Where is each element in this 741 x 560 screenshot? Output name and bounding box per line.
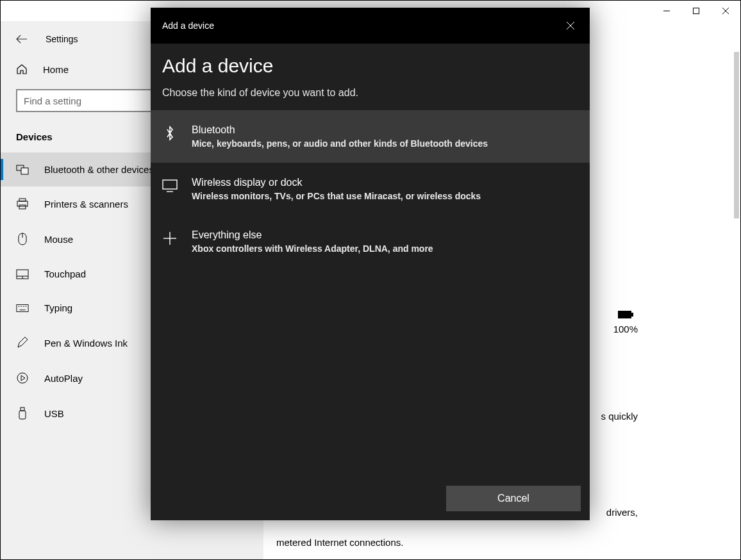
sidebar-item-label: Mouse (44, 234, 73, 245)
sidebar-home-label: Home (43, 64, 69, 75)
option-desc: Wireless monitors, TVs, or PCs that use … (192, 191, 481, 201)
add-device-dialog: Add a device Add a device Choose the kin… (151, 8, 590, 520)
search-placeholder: Find a setting (24, 95, 81, 106)
svg-rect-23 (618, 311, 631, 318)
device-option-bluetooth[interactable]: Bluetooth Mice, keyboards, pens, or audi… (151, 110, 590, 163)
battery-percent: 100% (613, 324, 638, 334)
device-option-wireless[interactable]: Wireless display or dock Wireless monito… (151, 163, 590, 215)
sidebar-item-label: Printers & scanners (44, 199, 128, 210)
close-button[interactable] (711, 1, 740, 21)
dialog-heading: Add a device (162, 55, 578, 77)
devices-icon (16, 165, 29, 175)
minimize-button[interactable] (652, 1, 681, 21)
window-title: Settings (46, 34, 78, 44)
partial-text: metered Internet connections. (276, 537, 403, 548)
scrollbar-thumb[interactable] (734, 52, 739, 218)
display-icon (162, 178, 178, 194)
back-arrow-icon[interactable] (16, 35, 28, 44)
sidebar-item-label: AutoPlay (44, 373, 83, 384)
sidebar-item-label: Bluetooth & other devices (44, 164, 154, 175)
touchpad-icon (16, 269, 29, 279)
svg-rect-7 (17, 201, 28, 206)
printer-icon (16, 198, 29, 210)
sidebar-item-label: Pen & Windows Ink (44, 338, 128, 349)
maximize-button[interactable] (681, 1, 711, 21)
svg-rect-24 (631, 313, 633, 317)
dialog-header-title: Add a device (162, 21, 214, 31)
svg-rect-6 (19, 199, 26, 201)
svg-rect-14 (17, 304, 28, 311)
option-desc: Mice, keyboards, pens, or audio and othe… (192, 138, 488, 149)
svg-point-20 (17, 373, 28, 383)
svg-rect-1 (694, 8, 699, 14)
dialog-subheading: Choose the kind of device you want to ad… (162, 87, 578, 99)
pen-icon (16, 336, 29, 349)
mouse-icon (16, 233, 29, 245)
sidebar-item-label: Typing (44, 302, 72, 313)
svg-rect-27 (163, 180, 177, 189)
usb-icon (16, 407, 29, 420)
partial-text: s quickly (601, 411, 638, 422)
plus-icon (162, 231, 178, 246)
option-title: Bluetooth (192, 124, 488, 136)
option-title: Wireless display or dock (192, 177, 481, 188)
svg-rect-21 (21, 408, 24, 411)
keyboard-icon (16, 304, 29, 313)
svg-rect-22 (19, 411, 26, 419)
dialog-footer: Cancel (151, 477, 590, 520)
dialog-header: Add a device (151, 8, 590, 44)
dialog-close-button[interactable] (559, 14, 582, 37)
sidebar-item-label: USB (44, 408, 64, 419)
sidebar-item-label: Touchpad (44, 268, 86, 279)
autoplay-icon (16, 372, 29, 384)
svg-rect-5 (21, 168, 28, 174)
battery-status: 100% (613, 309, 638, 334)
option-desc: Xbox controllers with Wireless Adapter, … (192, 243, 433, 254)
dialog-body: Add a device Choose the kind of device y… (151, 44, 590, 279)
svg-rect-8 (19, 205, 26, 209)
home-icon (16, 63, 28, 75)
partial-text: drivers, (606, 507, 638, 518)
bluetooth-icon (162, 126, 178, 141)
cancel-button[interactable]: Cancel (446, 486, 581, 511)
option-title: Everything else (192, 229, 433, 241)
device-option-everything[interactable]: Everything else Xbox controllers with Wi… (151, 215, 590, 268)
